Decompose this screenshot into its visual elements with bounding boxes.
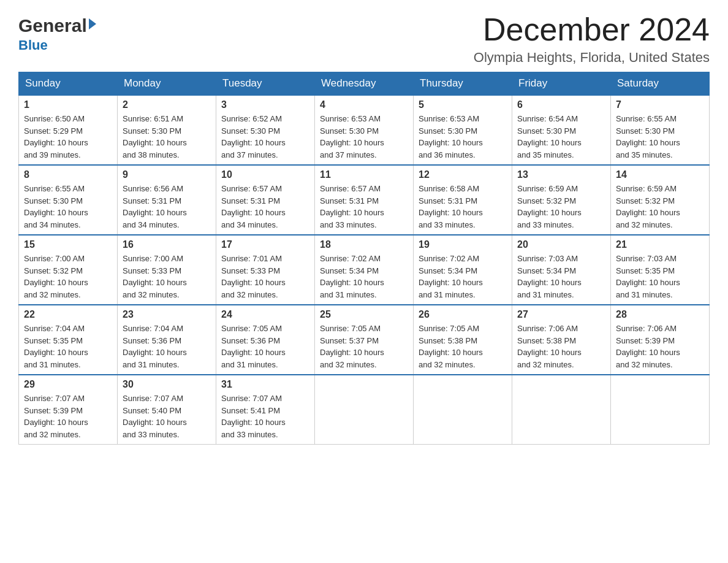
logo-arrow-icon xyxy=(89,18,96,29)
day-number: 30 xyxy=(123,379,211,390)
calendar-cell: 11 Sunrise: 6:57 AM Sunset: 5:31 PM Dayl… xyxy=(315,165,414,235)
calendar-cell: 29 Sunrise: 7:07 AM Sunset: 5:39 PM Dayl… xyxy=(19,375,118,445)
calendar-cell: 27 Sunrise: 7:06 AM Sunset: 5:38 PM Dayl… xyxy=(512,305,611,375)
calendar-week-row: 15 Sunrise: 7:00 AM Sunset: 5:32 PM Dayl… xyxy=(19,235,710,305)
day-number: 2 xyxy=(123,99,211,110)
calendar-header-tuesday: Tuesday xyxy=(216,72,315,96)
day-info: Sunrise: 7:06 AM Sunset: 5:38 PM Dayligh… xyxy=(517,323,605,370)
day-info: Sunrise: 7:05 AM Sunset: 5:37 PM Dayligh… xyxy=(320,323,408,370)
calendar-cell: 31 Sunrise: 7:07 AM Sunset: 5:41 PM Dayl… xyxy=(216,375,315,445)
day-info: Sunrise: 7:07 AM Sunset: 5:39 PM Dayligh… xyxy=(24,393,112,440)
day-number: 19 xyxy=(419,239,507,250)
day-number: 1 xyxy=(24,99,112,110)
calendar-cell: 7 Sunrise: 6:55 AM Sunset: 5:30 PM Dayli… xyxy=(611,95,710,165)
calendar-cell: 20 Sunrise: 7:03 AM Sunset: 5:34 PM Dayl… xyxy=(512,235,611,305)
title-block: December 2024 Olympia Heights, Florida, … xyxy=(474,12,710,66)
day-number: 18 xyxy=(320,239,408,250)
calendar-cell: 9 Sunrise: 6:56 AM Sunset: 5:31 PM Dayli… xyxy=(118,165,216,235)
day-info: Sunrise: 7:00 AM Sunset: 5:32 PM Dayligh… xyxy=(24,253,112,301)
day-info: Sunrise: 6:56 AM Sunset: 5:31 PM Dayligh… xyxy=(123,183,211,231)
logo-blue-text: Blue xyxy=(18,37,48,53)
calendar-header-thursday: Thursday xyxy=(414,72,512,96)
calendar-cell: 14 Sunrise: 6:59 AM Sunset: 5:32 PM Dayl… xyxy=(611,165,710,235)
day-info: Sunrise: 7:03 AM Sunset: 5:35 PM Dayligh… xyxy=(616,253,704,301)
day-number: 8 xyxy=(24,169,112,180)
day-number: 12 xyxy=(419,169,507,180)
day-info: Sunrise: 7:00 AM Sunset: 5:33 PM Dayligh… xyxy=(123,253,211,301)
day-info: Sunrise: 7:05 AM Sunset: 5:38 PM Dayligh… xyxy=(419,323,507,370)
day-number: 15 xyxy=(24,239,112,250)
day-number: 26 xyxy=(419,309,507,320)
calendar-cell: 21 Sunrise: 7:03 AM Sunset: 5:35 PM Dayl… xyxy=(611,235,710,305)
day-number: 31 xyxy=(221,379,309,390)
day-number: 23 xyxy=(123,309,211,320)
day-info: Sunrise: 6:54 AM Sunset: 5:30 PM Dayligh… xyxy=(517,113,605,161)
day-info: Sunrise: 6:57 AM Sunset: 5:31 PM Dayligh… xyxy=(221,183,309,231)
day-info: Sunrise: 6:59 AM Sunset: 5:32 PM Dayligh… xyxy=(616,183,704,231)
day-number: 13 xyxy=(517,169,605,180)
day-number: 6 xyxy=(517,99,605,110)
calendar-header-sunday: Sunday xyxy=(19,72,118,96)
day-number: 29 xyxy=(24,379,112,390)
calendar-header-row: SundayMondayTuesdayWednesdayThursdayFrid… xyxy=(19,72,710,96)
calendar-cell: 8 Sunrise: 6:55 AM Sunset: 5:30 PM Dayli… xyxy=(19,165,118,235)
day-number: 27 xyxy=(517,309,605,320)
month-title: December 2024 xyxy=(474,12,710,47)
day-info: Sunrise: 6:58 AM Sunset: 5:31 PM Dayligh… xyxy=(419,183,507,231)
day-info: Sunrise: 6:51 AM Sunset: 5:30 PM Dayligh… xyxy=(123,113,211,161)
calendar-cell: 5 Sunrise: 6:53 AM Sunset: 5:30 PM Dayli… xyxy=(414,95,512,165)
day-number: 14 xyxy=(616,169,704,180)
calendar-cell: 18 Sunrise: 7:02 AM Sunset: 5:34 PM Dayl… xyxy=(315,235,414,305)
calendar-cell: 30 Sunrise: 7:07 AM Sunset: 5:40 PM Dayl… xyxy=(118,375,216,445)
day-number: 5 xyxy=(419,99,507,110)
day-number: 3 xyxy=(221,99,309,110)
day-info: Sunrise: 6:55 AM Sunset: 5:30 PM Dayligh… xyxy=(24,183,112,231)
calendar-cell: 19 Sunrise: 7:02 AM Sunset: 5:34 PM Dayl… xyxy=(414,235,512,305)
day-info: Sunrise: 7:03 AM Sunset: 5:34 PM Dayligh… xyxy=(517,253,605,301)
day-info: Sunrise: 7:02 AM Sunset: 5:34 PM Dayligh… xyxy=(320,253,408,301)
day-number: 22 xyxy=(24,309,112,320)
day-number: 10 xyxy=(221,169,309,180)
calendar-cell: 28 Sunrise: 7:06 AM Sunset: 5:39 PM Dayl… xyxy=(611,305,710,375)
calendar-header-friday: Friday xyxy=(512,72,611,96)
calendar-cell: 10 Sunrise: 6:57 AM Sunset: 5:31 PM Dayl… xyxy=(216,165,315,235)
day-info: Sunrise: 6:53 AM Sunset: 5:30 PM Dayligh… xyxy=(419,113,507,161)
calendar-cell: 15 Sunrise: 7:00 AM Sunset: 5:32 PM Dayl… xyxy=(19,235,118,305)
calendar-cell: 16 Sunrise: 7:00 AM Sunset: 5:33 PM Dayl… xyxy=(118,235,216,305)
calendar-header-monday: Monday xyxy=(118,72,216,96)
day-number: 17 xyxy=(221,239,309,250)
calendar-cell: 22 Sunrise: 7:04 AM Sunset: 5:35 PM Dayl… xyxy=(19,305,118,375)
location-title: Olympia Heights, Florida, United States xyxy=(474,50,710,66)
day-info: Sunrise: 7:01 AM Sunset: 5:33 PM Dayligh… xyxy=(221,253,309,301)
day-info: Sunrise: 6:53 AM Sunset: 5:30 PM Dayligh… xyxy=(320,113,408,161)
calendar-week-row: 1 Sunrise: 6:50 AM Sunset: 5:29 PM Dayli… xyxy=(19,95,710,165)
day-number: 4 xyxy=(320,99,408,110)
calendar-cell: 24 Sunrise: 7:05 AM Sunset: 5:36 PM Dayl… xyxy=(216,305,315,375)
header: General Blue December 2024 Olympia Heigh… xyxy=(18,12,710,66)
calendar-cell: 2 Sunrise: 6:51 AM Sunset: 5:30 PM Dayli… xyxy=(118,95,216,165)
day-info: Sunrise: 7:06 AM Sunset: 5:39 PM Dayligh… xyxy=(616,323,704,370)
calendar-cell xyxy=(512,375,611,445)
calendar-cell: 12 Sunrise: 6:58 AM Sunset: 5:31 PM Dayl… xyxy=(414,165,512,235)
calendar-header-saturday: Saturday xyxy=(611,72,710,96)
calendar-table: SundayMondayTuesdayWednesdayThursdayFrid… xyxy=(18,72,710,445)
calendar-cell: 17 Sunrise: 7:01 AM Sunset: 5:33 PM Dayl… xyxy=(216,235,315,305)
calendar-cell: 6 Sunrise: 6:54 AM Sunset: 5:30 PM Dayli… xyxy=(512,95,611,165)
day-number: 24 xyxy=(221,309,309,320)
calendar-week-row: 22 Sunrise: 7:04 AM Sunset: 5:35 PM Dayl… xyxy=(19,305,710,375)
calendar-cell xyxy=(414,375,512,445)
calendar-week-row: 8 Sunrise: 6:55 AM Sunset: 5:30 PM Dayli… xyxy=(19,165,710,235)
calendar-cell xyxy=(315,375,414,445)
calendar-cell: 25 Sunrise: 7:05 AM Sunset: 5:37 PM Dayl… xyxy=(315,305,414,375)
day-number: 16 xyxy=(123,239,211,250)
calendar-cell xyxy=(611,375,710,445)
day-number: 9 xyxy=(123,169,211,180)
day-info: Sunrise: 6:55 AM Sunset: 5:30 PM Dayligh… xyxy=(616,113,704,161)
day-info: Sunrise: 7:04 AM Sunset: 5:36 PM Dayligh… xyxy=(123,323,211,370)
day-number: 20 xyxy=(517,239,605,250)
day-number: 28 xyxy=(616,309,704,320)
day-info: Sunrise: 7:04 AM Sunset: 5:35 PM Dayligh… xyxy=(24,323,112,370)
day-info: Sunrise: 6:50 AM Sunset: 5:29 PM Dayligh… xyxy=(24,113,112,161)
day-info: Sunrise: 7:07 AM Sunset: 5:40 PM Dayligh… xyxy=(123,393,211,440)
day-info: Sunrise: 6:59 AM Sunset: 5:32 PM Dayligh… xyxy=(517,183,605,231)
